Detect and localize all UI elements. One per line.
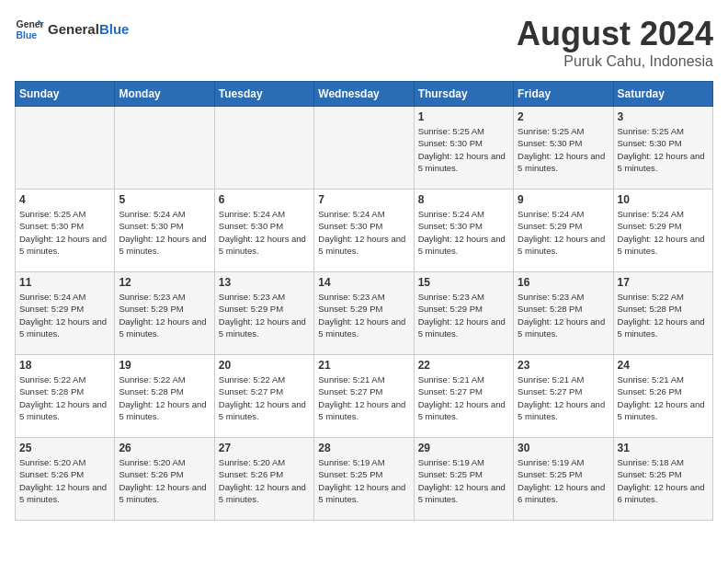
day-info: Sunrise: 5:22 AM Sunset: 5:28 PM Dayligh… [618,291,709,339]
sunset-label: Sunset: 5:30 PM [318,221,382,231]
sunset-label: Sunset: 5:27 PM [518,386,582,396]
day-number: 16 [518,276,609,289]
day-number: 28 [318,442,409,454]
weekday-header-thursday: Thursday [414,82,513,107]
sunset-label: Sunset: 5:30 PM [19,221,84,231]
calendar-cell: 28 Sunrise: 5:19 AM Sunset: 5:25 PM Dayl… [314,438,414,521]
daylight-label: Daylight: 12 hours and 5 minutes. [418,151,506,173]
calendar-cell: 30 Sunrise: 5:19 AM Sunset: 5:25 PM Dayl… [514,438,613,521]
day-number: 14 [318,276,409,289]
day-number: 23 [518,359,609,372]
day-info: Sunrise: 5:21 AM Sunset: 5:27 PM Dayligh… [518,373,609,422]
sunset-label: Sunset: 5:25 PM [418,469,483,479]
daylight-label: Daylight: 12 hours and 5 minutes. [518,316,605,339]
daylight-label: Daylight: 12 hours and 5 minutes. [119,482,206,504]
daylight-label: Daylight: 12 hours and 5 minutes. [518,151,605,173]
sunrise-label: Sunrise: 5:20 AM [19,457,85,467]
daylight-label: Daylight: 12 hours and 5 minutes. [418,316,506,339]
calendar-cell: 27 Sunrise: 5:20 AM Sunset: 5:26 PM Dayl… [214,438,313,521]
day-info: Sunrise: 5:19 AM Sunset: 5:25 PM Dayligh… [518,456,609,505]
calendar-cell: 17 Sunrise: 5:22 AM Sunset: 5:28 PM Dayl… [613,272,712,355]
day-number: 13 [219,276,310,289]
daylight-label: Daylight: 12 hours and 5 minutes. [418,399,506,421]
day-info: Sunrise: 5:20 AM Sunset: 5:26 PM Dayligh… [219,456,310,505]
sunrise-label: Sunrise: 5:23 AM [119,292,185,302]
daylight-label: Daylight: 12 hours and 5 minutes. [119,316,206,339]
calendar-cell: 20 Sunrise: 5:22 AM Sunset: 5:27 PM Dayl… [214,355,313,438]
day-info: Sunrise: 5:25 AM Sunset: 5:30 PM Dayligh… [19,208,110,257]
daylight-label: Daylight: 12 hours and 5 minutes. [219,482,306,504]
daylight-label: Daylight: 12 hours and 5 minutes. [19,234,107,256]
weekday-header-row: SundayMondayTuesdayWednesdayThursdayFrid… [16,82,713,107]
day-info: Sunrise: 5:24 AM Sunset: 5:29 PM Dayligh… [518,208,609,257]
calendar-cell: 15 Sunrise: 5:23 AM Sunset: 5:29 PM Dayl… [414,272,513,355]
sunrise-label: Sunrise: 5:19 AM [318,457,384,467]
sunset-label: Sunset: 5:29 PM [518,221,582,231]
sunset-label: Sunset: 5:25 PM [318,469,382,479]
day-info: Sunrise: 5:22 AM Sunset: 5:27 PM Dayligh… [219,373,310,422]
sunrise-label: Sunrise: 5:21 AM [618,374,684,385]
day-number: 15 [418,276,509,289]
daylight-label: Daylight: 12 hours and 5 minutes. [119,234,206,256]
calendar-cell: 6 Sunrise: 5:24 AM Sunset: 5:30 PM Dayli… [214,190,313,272]
sunset-label: Sunset: 5:29 PM [119,304,183,314]
weekday-header-monday: Monday [115,82,214,107]
sunrise-label: Sunrise: 5:21 AM [518,374,584,385]
day-number: 30 [518,442,609,454]
sunset-label: Sunset: 5:25 PM [518,469,582,479]
calendar-cell: 24 Sunrise: 5:21 AM Sunset: 5:26 PM Dayl… [613,355,712,438]
day-number: 22 [418,359,509,372]
day-info: Sunrise: 5:19 AM Sunset: 5:25 PM Dayligh… [418,456,509,505]
day-info: Sunrise: 5:20 AM Sunset: 5:26 PM Dayligh… [19,456,110,505]
daylight-label: Daylight: 12 hours and 5 minutes. [19,399,107,421]
daylight-label: Daylight: 12 hours and 6 minutes. [618,482,705,504]
daylight-label: Daylight: 12 hours and 5 minutes. [518,399,605,421]
week-row-2: 4 Sunrise: 5:25 AM Sunset: 5:30 PM Dayli… [16,190,713,272]
sunset-label: Sunset: 5:30 PM [418,221,483,231]
calendar-cell: 4 Sunrise: 5:25 AM Sunset: 5:30 PM Dayli… [16,190,115,272]
sunset-label: Sunset: 5:30 PM [219,221,283,231]
sunrise-label: Sunrise: 5:19 AM [518,457,584,467]
sunset-label: Sunset: 5:27 PM [318,386,382,396]
sunrise-label: Sunrise: 5:24 AM [618,209,684,219]
calendar-cell: 18 Sunrise: 5:22 AM Sunset: 5:28 PM Dayl… [16,355,115,438]
day-info: Sunrise: 5:23 AM Sunset: 5:28 PM Dayligh… [518,291,609,339]
sunrise-label: Sunrise: 5:19 AM [418,457,484,467]
day-info: Sunrise: 5:21 AM Sunset: 5:26 PM Dayligh… [618,373,709,422]
calendar-cell: 25 Sunrise: 5:20 AM Sunset: 5:26 PM Dayl… [16,438,115,521]
calendar-cell: 2 Sunrise: 5:25 AM Sunset: 5:30 PM Dayli… [514,107,613,190]
day-number: 2 [518,110,609,123]
day-info: Sunrise: 5:23 AM Sunset: 5:29 PM Dayligh… [418,291,509,339]
sunrise-label: Sunrise: 5:23 AM [219,292,285,302]
day-info: Sunrise: 5:24 AM Sunset: 5:30 PM Dayligh… [219,208,310,257]
sunset-label: Sunset: 5:26 PM [119,469,183,479]
sunrise-label: Sunrise: 5:25 AM [618,126,684,136]
daylight-label: Daylight: 12 hours and 5 minutes. [318,399,405,421]
day-info: Sunrise: 5:24 AM Sunset: 5:30 PM Dayligh… [119,208,210,257]
title-area: August 2024 Puruk Cahu, Indonesia [517,15,713,70]
day-number: 12 [119,276,210,289]
day-info: Sunrise: 5:24 AM Sunset: 5:29 PM Dayligh… [19,291,110,339]
sunrise-label: Sunrise: 5:22 AM [219,374,285,385]
daylight-label: Daylight: 12 hours and 5 minutes. [318,316,405,339]
sunset-label: Sunset: 5:30 PM [518,138,582,148]
day-info: Sunrise: 5:23 AM Sunset: 5:29 PM Dayligh… [119,291,210,339]
sunrise-label: Sunrise: 5:24 AM [19,292,85,302]
day-number: 19 [119,359,210,372]
day-number: 27 [219,442,310,454]
day-number: 10 [618,193,709,206]
calendar-cell: 19 Sunrise: 5:22 AM Sunset: 5:28 PM Dayl… [115,355,214,438]
sunrise-label: Sunrise: 5:22 AM [19,374,85,385]
sunset-label: Sunset: 5:26 PM [618,386,682,396]
header: General Blue GeneralBlue August 2024 Pur… [15,15,713,70]
calendar-cell: 31 Sunrise: 5:18 AM Sunset: 5:25 PM Dayl… [613,438,712,521]
daylight-label: Daylight: 12 hours and 5 minutes. [618,316,705,339]
daylight-label: Daylight: 12 hours and 5 minutes. [618,399,705,421]
sunrise-label: Sunrise: 5:25 AM [19,209,85,219]
sunset-label: Sunset: 5:28 PM [19,386,84,396]
daylight-label: Daylight: 12 hours and 5 minutes. [219,234,306,256]
sunset-label: Sunset: 5:26 PM [219,469,283,479]
day-info: Sunrise: 5:24 AM Sunset: 5:29 PM Dayligh… [618,208,709,257]
sunset-label: Sunset: 5:28 PM [119,386,183,396]
calendar-cell: 5 Sunrise: 5:24 AM Sunset: 5:30 PM Dayli… [115,190,214,272]
